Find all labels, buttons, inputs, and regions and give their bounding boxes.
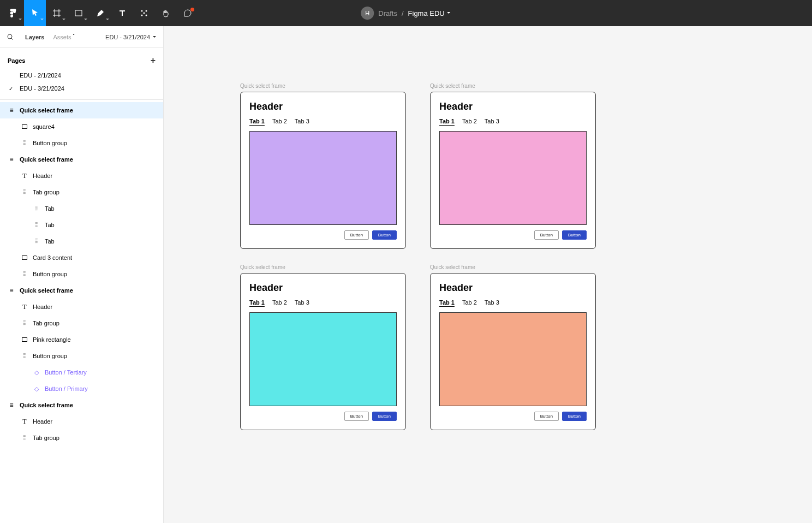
notification-dot-icon: [190, 8, 194, 11]
cursor-icon: [31, 9, 39, 17]
hand-icon: [162, 9, 170, 17]
breadcrumb: H Drafts / Figma EDU: [361, 7, 451, 20]
avatar[interactable]: H: [361, 7, 374, 20]
frame-icon: [52, 9, 61, 17]
breadcrumb-drafts[interactable]: Drafts: [378, 9, 397, 17]
svg-rect-0: [75, 10, 82, 16]
svg-point-2: [146, 10, 147, 12]
hand-tool-button[interactable]: [155, 0, 177, 26]
chevron-down-icon: [447, 11, 451, 15]
rectangle-icon: [74, 9, 83, 17]
pen-tool-button[interactable]: [89, 0, 111, 26]
breadcrumb-file[interactable]: Figma EDU: [408, 9, 451, 17]
figma-logo-icon: [9, 9, 17, 17]
resources-icon: [140, 9, 148, 17]
shape-tool-button[interactable]: [68, 0, 89, 26]
move-tool-button[interactable]: [24, 0, 46, 26]
resources-tool-button[interactable]: [133, 0, 155, 26]
pen-icon: [96, 9, 105, 17]
svg-point-1: [141, 10, 143, 12]
text-icon: [118, 9, 127, 17]
breadcrumb-separator: /: [402, 9, 404, 17]
frame-tool-button[interactable]: [46, 0, 68, 26]
text-tool-button[interactable]: [111, 0, 133, 26]
top-toolbar: H Drafts / Figma EDU: [0, 0, 812, 26]
comment-tool-button[interactable]: [177, 0, 199, 26]
svg-point-4: [146, 15, 147, 16]
svg-point-3: [141, 15, 143, 16]
file-name-label: Figma EDU: [408, 9, 445, 17]
main-menu-button[interactable]: [2, 0, 24, 26]
